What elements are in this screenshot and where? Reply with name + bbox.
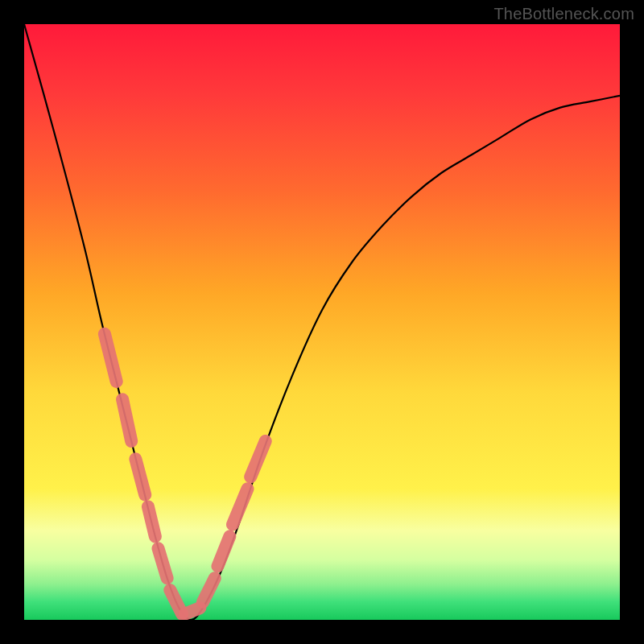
highlight-segment	[148, 506, 155, 536]
highlight-segment	[159, 548, 167, 578]
highlight-segment	[185, 608, 200, 613]
gradient-background	[24, 24, 620, 620]
chart-frame: TheBottleneck.com	[0, 0, 644, 644]
bottleneck-chart	[24, 24, 620, 620]
watermark-text: TheBottleneck.com	[493, 5, 634, 23]
highlight-segment	[122, 399, 131, 441]
plot-area	[24, 24, 620, 620]
